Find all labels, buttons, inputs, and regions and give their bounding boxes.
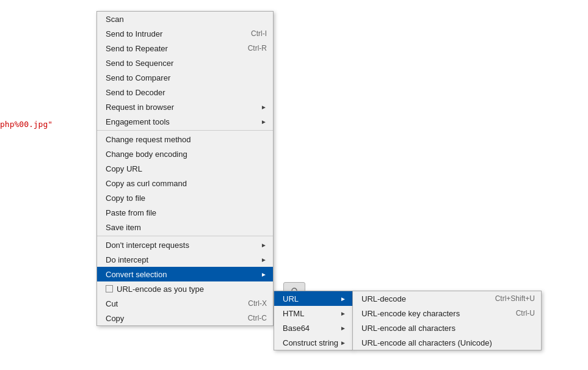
menu-item-cut-shortcut: Ctrl-X	[248, 299, 267, 308]
submenu1-base64-label: Base64	[283, 324, 310, 333]
menu-item-change-request-method[interactable]: Change request method	[97, 132, 273, 147]
menu-item-copy-file-label: Copy to file	[106, 194, 145, 203]
menu-item-copy-curl-label: Copy as curl command	[106, 179, 187, 188]
menu-item-save-item-label: Save item	[106, 223, 141, 232]
context-menu: Scan Send to Intruder Ctrl-I Send to Rep…	[96, 11, 274, 326]
menu-item-copy-url[interactable]: Copy URL	[97, 161, 273, 176]
submenu2-url-decode-label: URL-decode	[361, 294, 406, 303]
menu-item-dont-intercept-label: Don't intercept requests	[106, 241, 189, 250]
menu-item-change-body-encoding[interactable]: Change body encoding	[97, 147, 273, 161]
submenu1-item-html[interactable]: HTML ►	[274, 306, 352, 321]
menu-item-paste-file-label: Paste from file	[106, 208, 156, 217]
arrow-icon: ►	[340, 339, 346, 346]
menu-item-scan-label: Scan	[106, 15, 124, 24]
menu-item-scan[interactable]: Scan	[97, 12, 273, 26]
menu-item-copy-file[interactable]: Copy to file	[97, 190, 273, 205]
separator-2	[97, 236, 273, 236]
submenu-convert-selection: URL ► HTML ► Base64 ► Construct string ►	[274, 291, 353, 350]
submenu2-item-url-encode-unicode[interactable]: URL-encode all characters (Unicode)	[353, 335, 541, 350]
arrow-icon: ►	[261, 242, 267, 248]
menu-item-send-sequencer-label: Send to Sequencer	[106, 59, 173, 68]
menu-item-do-intercept-label: Do intercept	[106, 255, 148, 264]
checkbox-icon[interactable]	[106, 285, 113, 292]
menu-item-send-intruder-shortcut: Ctrl-I	[251, 29, 267, 38]
menu-item-cut-label: Cut	[106, 299, 118, 308]
arrow-icon: ►	[261, 104, 267, 111]
menu-item-paste-file[interactable]: Paste from file	[97, 205, 273, 220]
submenu2-item-url-decode[interactable]: URL-decode Ctrl+Shift+U	[353, 291, 541, 306]
submenu1-item-construct-string[interactable]: Construct string ►	[274, 335, 352, 350]
menu-item-change-request-method-label: Change request method	[106, 135, 191, 144]
submenu2-url-encode-all-label: URL-encode all characters	[361, 324, 456, 333]
menu-item-copy-label: Copy	[106, 314, 124, 323]
submenu2-item-url-encode-all[interactable]: URL-encode all characters	[353, 321, 541, 335]
menu-item-copy-curl[interactable]: Copy as curl command	[97, 176, 273, 190]
submenu2-url-encode-key-shortcut: Ctrl-U	[516, 309, 535, 317]
submenu2-url-encode-unicode-label: URL-encode all characters (Unicode)	[361, 338, 492, 347]
menu-item-send-repeater-shortcut: Ctrl-R	[248, 44, 267, 53]
arrow-icon: ►	[261, 271, 267, 278]
menu-item-send-decoder[interactable]: Send to Decoder	[97, 85, 273, 100]
menu-item-dont-intercept[interactable]: Don't intercept requests ►	[97, 238, 273, 252]
submenu1-item-base64[interactable]: Base64 ►	[274, 321, 352, 335]
menu-item-send-repeater[interactable]: Send to Repeater Ctrl-R	[97, 41, 273, 56]
separator-1	[97, 130, 273, 131]
menu-item-send-comparer-label: Send to Comparer	[106, 73, 170, 82]
arrow-icon: ►	[340, 325, 346, 332]
arrow-icon: ►	[261, 256, 267, 263]
menu-item-copy[interactable]: Copy Ctrl-C	[97, 311, 273, 325]
menu-item-url-encode-type-label-group: URL-encode as you type	[106, 285, 204, 294]
submenu1-item-url[interactable]: URL ►	[274, 291, 352, 306]
menu-item-request-browser-label: Request in browser	[106, 103, 174, 112]
menu-item-url-encode-type[interactable]: URL-encode as you type	[97, 281, 273, 296]
menu-item-send-sequencer[interactable]: Send to Sequencer	[97, 56, 273, 70]
arrow-icon: ►	[261, 118, 267, 125]
menu-item-send-intruder[interactable]: Send to Intruder Ctrl-I	[97, 26, 273, 41]
submenu1-html-label: HTML	[283, 309, 304, 318]
arrow-icon: ►	[340, 310, 346, 317]
menu-item-convert-selection[interactable]: Convert selection ►	[97, 267, 273, 281]
menu-item-send-intruder-label: Send to Intruder	[106, 29, 162, 38]
menu-item-engagement-tools-label: Engagement tools	[106, 117, 170, 126]
menu-item-do-intercept[interactable]: Do intercept ►	[97, 252, 273, 267]
menu-item-save-item[interactable]: Save item	[97, 220, 273, 234]
menu-item-request-browser[interactable]: Request in browser ►	[97, 100, 273, 114]
menu-item-engagement-tools[interactable]: Engagement tools ►	[97, 114, 273, 129]
menu-item-copy-shortcut: Ctrl-C	[248, 314, 267, 322]
editor-content: php%00.jpg"	[0, 120, 53, 129]
submenu2-url-encode-key-label: URL-encode key characters	[361, 309, 460, 318]
menu-item-cut[interactable]: Cut Ctrl-X	[97, 296, 273, 311]
menu-item-copy-url-label: Copy URL	[106, 164, 142, 173]
submenu-url-options: URL-decode Ctrl+Shift+U URL-encode key c…	[352, 291, 542, 350]
submenu2-url-decode-shortcut: Ctrl+Shift+U	[495, 294, 535, 303]
menu-item-send-comparer[interactable]: Send to Comparer	[97, 70, 273, 85]
menu-item-send-repeater-label: Send to Repeater	[106, 44, 168, 53]
menu-item-send-decoder-label: Send to Decoder	[106, 88, 165, 97]
arrow-icon: ►	[340, 296, 346, 302]
submenu1-url-label: URL	[283, 294, 299, 303]
menu-item-change-body-encoding-label: Change body encoding	[106, 150, 187, 159]
submenu2-item-url-encode-key[interactable]: URL-encode key characters Ctrl-U	[353, 306, 541, 321]
menu-item-url-encode-type-text: URL-encode as you type	[117, 285, 204, 294]
menu-item-convert-selection-label: Convert selection	[106, 270, 167, 279]
submenu1-construct-string-label: Construct string	[283, 338, 338, 347]
